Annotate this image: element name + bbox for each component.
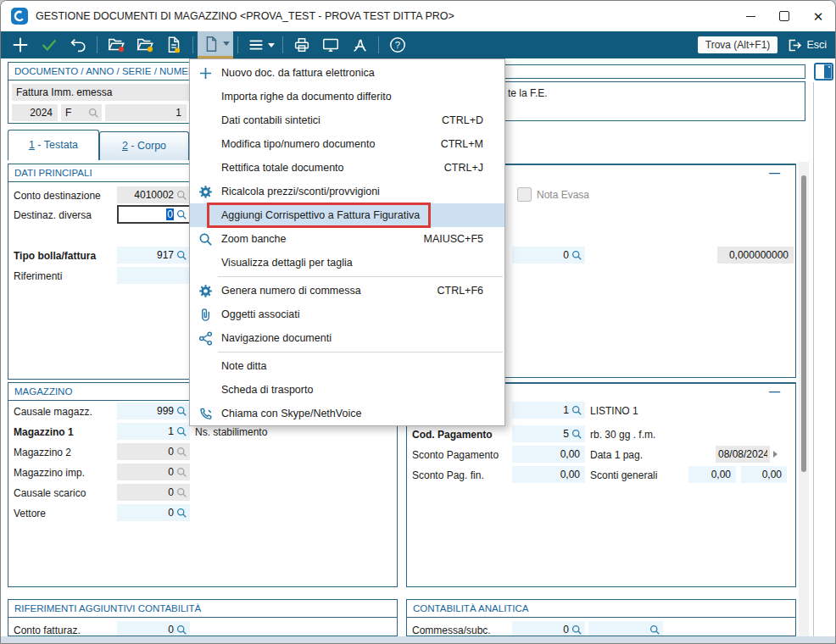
menu-item-zoom-banche[interactable]: Zoom banche MAIUSC+F5 (190, 227, 504, 251)
menu-item-nuovo-doc-fattura-elettronica[interactable]: Nuovo doc. da fattura elettronica (190, 61, 504, 85)
sconto-pag-fin-label: Sconto Pag. fin. (412, 469, 484, 482)
find-button[interactable]: Trova (Alt+F1) (698, 36, 778, 53)
lookup-icon[interactable] (176, 426, 187, 437)
open-document-alt-button[interactable] (131, 31, 159, 58)
document-list-button[interactable] (159, 31, 188, 58)
tipo-bolla-field[interactable]: 917 (117, 247, 190, 264)
conto-destinazione-label: Conto destinazione (14, 189, 101, 203)
vettore-field[interactable]: 0 (117, 504, 190, 521)
exit-button[interactable]: Esci (786, 37, 827, 53)
highlight-annotation-box (207, 203, 431, 228)
menu-item-rettifica-totale[interactable]: Rettifica totale documento CTRL+J (190, 156, 504, 180)
phone-icon (190, 407, 221, 421)
help-button[interactable]: ? (383, 31, 412, 58)
cod-pagamento-field[interactable]: 5 (512, 425, 585, 442)
tab-testata[interactable]: 1 - Testata (8, 130, 99, 160)
menu-item-oggetti-associati[interactable]: Oggetti associati (190, 303, 504, 326)
menu-item-chiama-skype[interactable]: Chiama con Skype/NethVoice (190, 402, 504, 425)
menu-item-scheda-trasporto[interactable]: Scheda di trasporto (190, 378, 504, 402)
conto-fatturaz-field[interactable]: 0 (117, 621, 190, 636)
destinaz-diversa-label: Destinaz. diversa (14, 208, 92, 222)
content-right-edge (813, 82, 814, 636)
gear-icon (190, 284, 221, 298)
panel-toggle-icon[interactable] (814, 63, 833, 80)
printer-icon (293, 36, 311, 54)
lookup-icon (176, 487, 187, 498)
vettore-label: Vettore (14, 507, 46, 520)
lookup-icon[interactable] (571, 250, 582, 261)
options-menu-button[interactable] (242, 31, 278, 58)
lookup-icon[interactable] (176, 625, 187, 636)
close-button[interactable]: ✕ (801, 3, 835, 30)
sconti-generali-field-2[interactable]: 0,00 (741, 466, 787, 483)
menu-separator (218, 276, 503, 277)
new-document-button[interactable] (6, 31, 35, 58)
sconto-pag-fin-field[interactable]: 0,00 (512, 466, 585, 483)
causale-scarico-label: Causale scarico (14, 486, 86, 500)
magazzino-imp-label: Magazzino imp. (14, 466, 85, 480)
lookup-icon[interactable] (176, 209, 187, 220)
lookup-icon[interactable] (176, 508, 187, 519)
document-yellow-icon (164, 36, 183, 54)
chevron-down-icon (268, 43, 275, 47)
date-expand-arrow-icon[interactable] (773, 451, 777, 458)
exit-icon (786, 37, 802, 53)
undo-button[interactable] (64, 31, 92, 58)
conto-destinazione-field: 4010002 (117, 186, 190, 203)
menu-item-modifica-tipo-numero[interactable]: Modifica tipo/numero documento CTRL+M (190, 132, 504, 156)
preview-button[interactable] (316, 31, 345, 58)
toolbar-separator (237, 36, 238, 53)
lookup-icon (176, 467, 187, 478)
lookup-icon[interactable] (571, 625, 582, 636)
title-bar: GESTIONE DOCUMENTI DI MAGAZZINO <PROVA_T… (1, 1, 835, 31)
confirm-button[interactable] (35, 31, 64, 58)
magazzino1-field[interactable]: 1 (117, 423, 190, 440)
menu-item-importa-righe[interactable]: Importa righe da documento differito (190, 85, 504, 108)
toolbar-separator (192, 36, 193, 53)
minimize-button[interactable] (733, 3, 767, 30)
print-button[interactable] (287, 31, 316, 58)
menu-item-dati-contabili[interactable]: Dati contabili sintetici CTRL+D (190, 108, 504, 132)
menu-item-navigazione-documenti[interactable]: Navigazione documenti (190, 326, 504, 350)
nota-evasa-checkbox[interactable] (517, 187, 532, 202)
plus-icon (11, 36, 30, 54)
subcommessa-field[interactable] (588, 621, 663, 636)
lookup-icon[interactable] (649, 625, 660, 636)
sconto-pagamento-field[interactable]: 0,00 (512, 446, 585, 463)
menu-item-visualizza-dettagli-taglia[interactable]: Visualizza dettagli per taglia (190, 251, 504, 275)
lookup-icon[interactable] (176, 406, 187, 417)
flags-readonly-field: 0,000000000 (717, 247, 794, 264)
lookup-icon[interactable] (571, 429, 582, 440)
listino-field[interactable]: 1 (512, 402, 585, 419)
listino-desc: LISTINO 1 (590, 404, 638, 418)
lookup-icon[interactable] (571, 405, 582, 416)
pdf-button[interactable] (345, 31, 374, 58)
monitor-icon (321, 36, 340, 54)
commessa-field[interactable]: 0 (512, 621, 585, 636)
menu-item-ricalcola-prezzi[interactable]: Ricalcola prezzi/sconti/provvigioni (190, 180, 504, 203)
lookup-icon[interactable] (176, 250, 187, 261)
magazzino2-label: Magazzino 2 (14, 446, 71, 459)
commessa-label: Commessa/subc. (412, 624, 491, 636)
lookup-icon[interactable] (176, 190, 187, 201)
open-document-button[interactable] (102, 31, 131, 58)
maximize-button[interactable] (767, 3, 801, 30)
contabilita-analitica-panel: CONTABILITÀ ANALITICA Commessa/subc. 0 (406, 599, 796, 636)
collapse-section-button[interactable]: — (769, 384, 780, 399)
menu-item-note-ditta[interactable]: Note ditta (190, 354, 504, 378)
help-icon: ? (388, 36, 407, 54)
pdf-icon (350, 36, 369, 54)
rif-contabilita-title: RIFERIMENTI AGGIUNTIVI CONTABILITÀ (8, 600, 397, 618)
causale-magazz-field[interactable]: 999 (117, 402, 190, 419)
tab-corpo[interactable]: 2 - Corpo (99, 131, 189, 160)
destinaz-diversa-field[interactable]: 0 (117, 205, 192, 224)
sconti-generali-field-1[interactable]: 0,00 (688, 466, 736, 483)
vertical-scrollbar-thumb[interactable] (801, 175, 806, 472)
document-menu-button[interactable] (198, 31, 233, 58)
magazzino1-desc: Ns. stabilimento (195, 425, 267, 439)
flags-lookup-field[interactable]: 0 (512, 247, 585, 264)
gear-icon (190, 185, 221, 199)
collapse-section-button[interactable]: — (769, 165, 780, 180)
lookup-icon[interactable] (88, 108, 99, 119)
menu-item-genera-numero-commessa[interactable]: Genera numero di commessa CTRL+F6 (190, 279, 504, 303)
